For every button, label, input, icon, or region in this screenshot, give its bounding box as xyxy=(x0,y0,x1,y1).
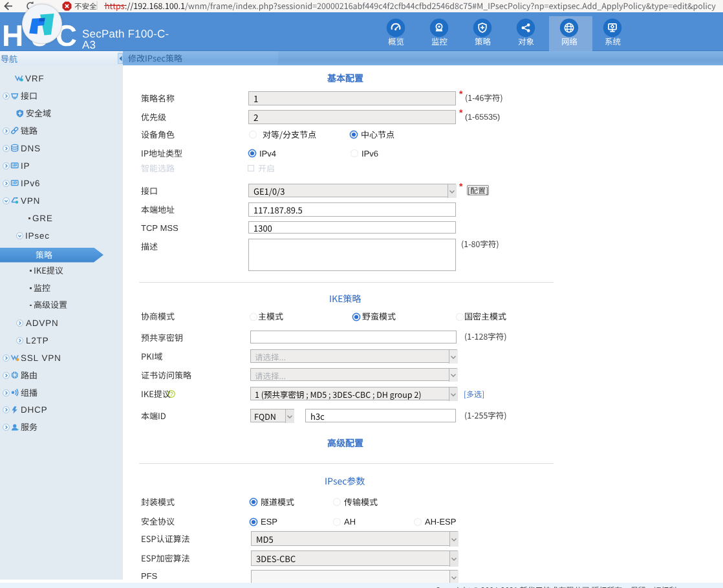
svg-text:?: ? xyxy=(170,391,173,397)
